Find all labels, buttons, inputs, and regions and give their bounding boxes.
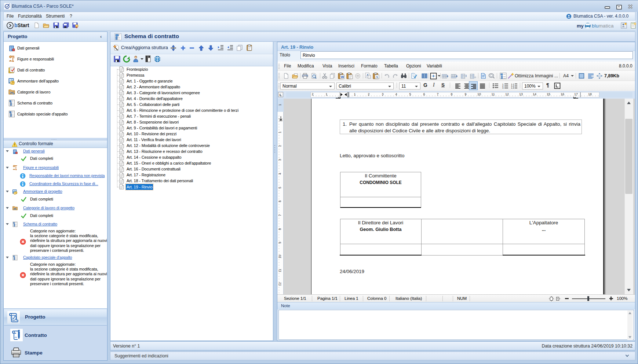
svg-text:W: W bbox=[341, 75, 344, 79]
svg-text:A: A bbox=[376, 75, 378, 79]
svg-text:3: 3 bbox=[502, 87, 504, 89]
svg-text:1.3: 1.3 bbox=[511, 87, 514, 89]
